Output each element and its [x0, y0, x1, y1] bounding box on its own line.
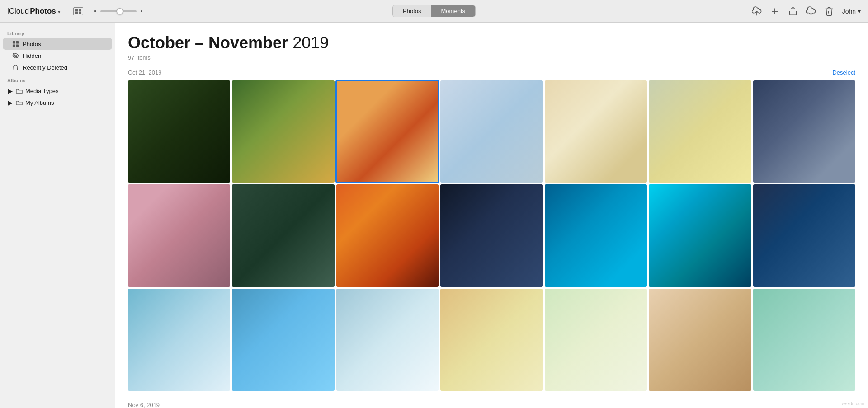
photo-cell[interactable] — [753, 80, 855, 183]
content-header: October – November 2019 97 Items — [128, 33, 855, 61]
deselect-button[interactable]: Deselect — [832, 69, 855, 76]
svg-rect-12 — [16, 44, 19, 47]
albums-header: Albums — [0, 73, 115, 85]
trash-sidebar-icon — [12, 64, 19, 71]
view-btn-moments[interactable]: Moments — [431, 5, 475, 17]
trash-icon[interactable] — [824, 6, 834, 16]
chevron-right-my-albums-icon: ▶ — [8, 100, 13, 105]
icloud-brand: iCloud — [7, 7, 29, 16]
download-icon[interactable] — [806, 6, 816, 16]
svg-rect-10 — [16, 41, 19, 43]
content-subtitle: 97 Items — [128, 54, 855, 61]
sidebar-item-recently-deleted-label: Recently Deleted — [23, 64, 67, 71]
zoom-plus-icon: ▪ — [138, 8, 145, 14]
upload-icon[interactable] — [752, 6, 762, 16]
view-toggle: Photos Moments — [392, 5, 476, 17]
content-area: October – November 2019 97 Items Oct 21,… — [115, 23, 868, 408]
main: Library Photos Hidden — [0, 23, 868, 408]
add-icon[interactable] — [770, 6, 780, 16]
photo-cell[interactable] — [232, 289, 334, 391]
photo-cell[interactable] — [232, 80, 334, 183]
sidebar-item-photos-label: Photos — [23, 41, 41, 47]
grid-icon — [12, 40, 19, 47]
app-title[interactable]: iCloud Photos ▾ — [7, 7, 61, 16]
photo-cell[interactable] — [440, 289, 542, 391]
date-section-nov: Nov 6, 2019 — [128, 402, 855, 408]
sidebar-group-my-albums[interactable]: ▶ My Albums — [3, 97, 112, 108]
photo-cell[interactable] — [545, 289, 647, 391]
photos-title: Photos — [30, 7, 56, 16]
chevron-right-icon: ▶ — [8, 89, 13, 93]
photo-cell[interactable] — [753, 289, 855, 391]
date-section-oct: Oct 21, 2019 Deselect — [128, 69, 855, 391]
photo-cell[interactable] — [128, 184, 230, 286]
title-dropdown-arrow[interactable]: ▾ — [58, 9, 61, 15]
photo-cell[interactable] — [649, 184, 751, 286]
topbar: iCloud Photos ▾ ▪ ▪ Photos Moments — [0, 0, 868, 23]
sidebar: Library Photos Hidden — [0, 23, 115, 408]
zoom-minus-icon: ▪ — [92, 8, 99, 14]
photo-cell[interactable] — [232, 184, 334, 286]
sidebar-item-hidden[interactable]: Hidden — [3, 50, 112, 61]
photo-cell[interactable] — [440, 80, 542, 183]
zoom-slider[interactable] — [100, 10, 137, 12]
folder-albums-icon — [15, 99, 23, 106]
photo-cell[interactable] — [545, 80, 647, 183]
library-header: Library — [0, 26, 115, 38]
svg-rect-11 — [12, 44, 15, 47]
date-label-nov: Nov 6, 2019 — [128, 402, 855, 408]
photo-cell[interactable] — [128, 289, 230, 391]
share-icon[interactable] — [788, 6, 798, 16]
photo-cell[interactable] — [545, 184, 647, 286]
svg-rect-9 — [12, 41, 15, 43]
sidebar-group-media-types-label: Media Types — [25, 88, 58, 94]
photo-cell[interactable] — [753, 184, 855, 286]
svg-rect-0 — [75, 9, 78, 11]
photo-cell[interactable] — [336, 80, 439, 183]
sidebar-group-media-types[interactable]: ▶ Media Types — [3, 85, 112, 97]
photo-cell[interactable] — [649, 80, 751, 183]
layout-icon[interactable] — [73, 7, 83, 15]
layout-toggle[interactable] — [73, 7, 83, 15]
folder-media-icon — [15, 87, 23, 94]
photo-cell[interactable] — [649, 289, 751, 391]
watermark: wsxdn.com — [842, 401, 864, 406]
eye-slash-icon — [12, 52, 19, 59]
sidebar-item-photos[interactable]: Photos — [3, 38, 112, 50]
photo-grid-oct — [128, 80, 855, 391]
zoom-control: ▪ ▪ — [92, 8, 145, 14]
content-title: October – November 2019 — [128, 33, 855, 52]
date-label-oct: Oct 21, 2019 Deselect — [128, 69, 855, 76]
svg-rect-3 — [79, 11, 81, 14]
user-dropdown-arrow: ▾ — [858, 8, 861, 15]
topbar-actions: John ▾ — [752, 6, 861, 16]
photo-cell[interactable] — [336, 289, 439, 391]
content-title-bold: October – November — [128, 33, 288, 52]
sidebar-item-recently-deleted[interactable]: Recently Deleted — [3, 61, 112, 73]
photo-cell[interactable] — [440, 184, 542, 286]
photo-cell[interactable] — [128, 80, 230, 183]
svg-rect-1 — [79, 9, 81, 11]
sidebar-group-my-albums-label: My Albums — [25, 99, 54, 106]
svg-rect-2 — [75, 11, 78, 14]
view-btn-photos[interactable]: Photos — [393, 5, 431, 17]
sidebar-item-hidden-label: Hidden — [23, 52, 41, 59]
photo-cell[interactable] — [336, 184, 439, 286]
user-name[interactable]: John ▾ — [842, 8, 861, 15]
